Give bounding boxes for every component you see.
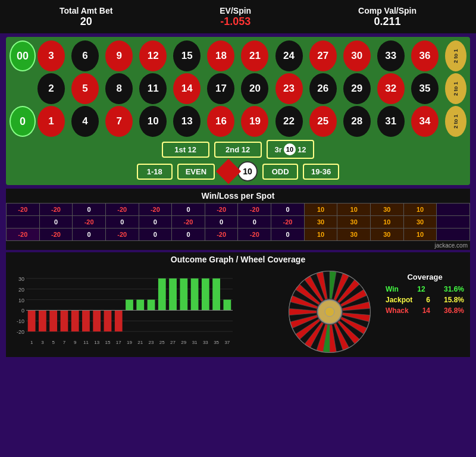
wl-cell-r2-c7: -20 <box>238 228 271 240</box>
roulette-table: 00 0 36912151821242730333625811141720232… <box>6 37 470 185</box>
num-cell-10[interactable]: 10 <box>139 106 167 137</box>
num-cell-32[interactable]: 32 <box>377 73 405 104</box>
wl-cell-r2-c5: 0 <box>172 228 205 240</box>
wl-cell-r2-c9: 10 <box>305 228 337 240</box>
num-cell-11[interactable]: 11 <box>139 73 167 104</box>
wl-cell-r0-c4: -20 <box>139 204 172 215</box>
coverage-title: Coverage <box>386 273 464 281</box>
svg-text:10: 10 <box>18 298 24 303</box>
wheel-svg <box>288 270 371 353</box>
third12-suffix: 12 <box>298 145 306 154</box>
jackpot-pct: 15.8% <box>444 296 464 304</box>
num-cell-13[interactable]: 13 <box>173 106 201 137</box>
svg-text:27: 27 <box>170 340 176 345</box>
zero-0[interactable]: 0 <box>10 106 36 137</box>
svg-text:20: 20 <box>18 287 24 293</box>
jackpot-coverage-row: Jackpot 6 15.8% <box>386 296 464 304</box>
num-cell-25[interactable]: 25 <box>309 106 337 137</box>
num-cell-3[interactable]: 3 <box>37 40 65 71</box>
zero-00[interactable]: 00 <box>10 40 36 71</box>
wl-cell-r0-c10: 10 <box>337 204 370 215</box>
svg-rect-16 <box>49 310 57 331</box>
red-diamond <box>216 159 241 184</box>
num-cell-12[interactable]: 12 <box>139 40 167 71</box>
whack-pct: 36.8% <box>444 306 464 315</box>
outcome-svg: 3020100-10-20135791113151719212325272931… <box>10 270 236 348</box>
num-cell-2[interactable]: 2 <box>37 73 65 104</box>
num-cell-31[interactable]: 31 <box>377 106 405 137</box>
win-count: 12 <box>417 285 425 293</box>
num-cell-28[interactable]: 28 <box>343 106 371 137</box>
numbers-grid: 3691215182124273033362581114172023262932… <box>37 40 443 137</box>
num-cell-20[interactable]: 20 <box>241 73 268 104</box>
num-cell-30[interactable]: 30 <box>343 40 371 71</box>
num-cell-27[interactable]: 27 <box>309 40 337 71</box>
svg-rect-36 <box>158 278 166 311</box>
wl-cell-r0-c13 <box>437 204 469 215</box>
num-cell-29[interactable]: 29 <box>343 73 371 104</box>
num-cell-8[interactable]: 8 <box>105 73 133 104</box>
num-cell-33[interactable]: 33 <box>377 40 405 71</box>
total-amt-bet-label: Total Amt Bet <box>60 6 112 15</box>
num-cell-1[interactable]: 1 <box>37 106 65 137</box>
num-cell-6[interactable]: 6 <box>71 40 99 71</box>
svg-text:29: 29 <box>181 340 186 345</box>
even-bet[interactable]: EVEN <box>177 164 215 180</box>
num-cell-23[interactable]: 23 <box>275 73 303 104</box>
wl-cell-r1-c13 <box>437 216 469 228</box>
comp-val-section: Comp Val/Spin 0.211 <box>358 6 416 28</box>
num-cell-15[interactable]: 15 <box>173 40 201 71</box>
svg-rect-18 <box>61 310 68 331</box>
num-cell-7[interactable]: 7 <box>105 106 133 137</box>
num-cell-35[interactable]: 35 <box>411 73 439 104</box>
one-18-bet[interactable]: 1-18 <box>137 164 173 180</box>
num-cell-4[interactable]: 4 <box>71 106 99 137</box>
svg-point-53 <box>325 307 334 317</box>
third-12-bet[interactable]: 3r 10 12 <box>267 140 315 159</box>
wl-cell-r2-c0: -20 <box>7 228 39 240</box>
num-cell-14[interactable]: 14 <box>173 73 201 104</box>
num-cell-26[interactable]: 26 <box>309 73 337 104</box>
wl-cell-r0-c9: 10 <box>305 204 337 215</box>
wl-cell-r2-c11: 30 <box>371 228 403 240</box>
svg-text:30: 30 <box>18 276 24 282</box>
wl-cell-r2-c3: -20 <box>106 228 139 240</box>
num-cell-18[interactable]: 18 <box>207 40 234 71</box>
win-coverage-row: Win 12 31.6% <box>386 285 464 293</box>
num-cell-34[interactable]: 34 <box>411 106 439 137</box>
payout-bot: 2 to 1 <box>445 106 466 137</box>
jackpot-count: 6 <box>426 296 430 304</box>
wl-cell-r2-c8: 0 <box>271 228 304 240</box>
total-amt-bet-section: Total Amt Bet 20 <box>60 6 112 28</box>
num-cell-17[interactable]: 17 <box>207 73 234 104</box>
nineteen-36-bet[interactable]: 19-36 <box>303 164 339 180</box>
num-cell-24[interactable]: 24 <box>275 40 303 71</box>
wl-cell-r1-c5: -20 <box>172 216 205 228</box>
num-cell-22[interactable]: 22 <box>275 106 303 137</box>
svg-rect-46 <box>212 278 220 311</box>
second-12-bet[interactable]: 2nd 12 <box>214 142 262 158</box>
whack-count: 14 <box>422 306 430 315</box>
whack-label: Whack <box>386 306 409 315</box>
payout-mid: 2 to 1 <box>445 73 466 104</box>
num-cell-19[interactable]: 19 <box>241 106 268 137</box>
third12-ball: 10 <box>284 143 296 155</box>
wl-cell-r2-c2: 0 <box>73 228 105 240</box>
svg-text:0: 0 <box>21 308 24 314</box>
wl-cell-r0-c12: 10 <box>404 204 437 215</box>
num-cell-16[interactable]: 16 <box>207 106 234 137</box>
odd-bet[interactable]: ODD <box>262 164 298 180</box>
ev-spin-label: EV/Spin <box>220 6 251 15</box>
outcome-section: Outcome Graph / Wheel Coverage 3020100-1… <box>6 252 470 357</box>
wl-cell-r0-c1: -20 <box>40 204 73 215</box>
wl-cell-r1-c11: 10 <box>371 216 403 228</box>
first-12-bet[interactable]: 1st 12 <box>162 142 209 158</box>
jackpot-label: Jackpot <box>386 296 412 304</box>
num-cell-36[interactable]: 36 <box>411 40 439 71</box>
wl-cell-r2-c10: 30 <box>337 228 370 240</box>
comp-val-label: Comp Val/Spin <box>358 6 416 15</box>
num-cell-21[interactable]: 21 <box>241 40 268 71</box>
num-cell-5[interactable]: 5 <box>71 73 99 104</box>
num-cell-9[interactable]: 9 <box>105 40 133 71</box>
wl-cell-r0-c3: -20 <box>106 204 139 215</box>
